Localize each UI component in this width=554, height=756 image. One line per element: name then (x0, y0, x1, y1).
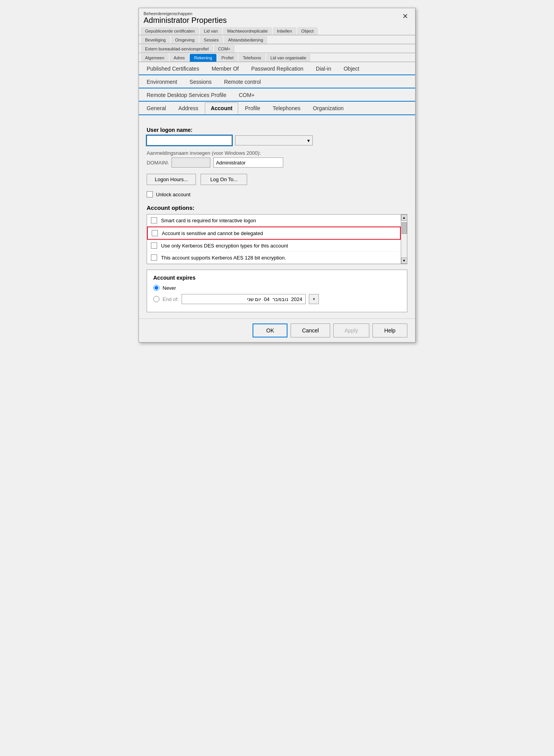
option-sensitive: Account is sensitive and cannot be deleg… (147, 227, 401, 240)
tab-algemeen[interactable]: Algemeen (141, 54, 169, 62)
logon-name-label: User logon name: (147, 127, 407, 133)
tab-row-large-2: Environment Sessions Remote control (139, 75, 415, 88)
tab-row-2: Beveiliging Omgeving Sessies Afstandsbed… (139, 35, 415, 44)
tab-telefoons[interactable]: Telefoons (239, 54, 265, 62)
tab-afstandsbediening[interactable]: Afstandsbediening (224, 36, 268, 44)
unlock-account-checkbox[interactable] (147, 191, 153, 197)
scroll-thumb[interactable] (402, 222, 407, 234)
title-bar: Beheerdereigenschappen Administrator Pro… (139, 8, 415, 26)
tab-inbellen[interactable]: Inbellen (273, 27, 296, 35)
dialog-title: Administrator Properties (144, 16, 227, 25)
tab-address[interactable]: Address (173, 102, 204, 114)
chevron-down-icon: ▾ (307, 138, 310, 144)
logon-name-section: ▾ (147, 135, 407, 145)
tab-com-plus-large[interactable]: COM+ (233, 89, 260, 101)
pre2000-domain-input[interactable] (171, 157, 210, 168)
title-bar-left: Beheerdereigenschappen Administrator Pro… (144, 11, 227, 25)
account-expires-label: Account expires (153, 275, 401, 281)
tab-lid-van-organisatie[interactable]: Lid van organisatie (266, 54, 310, 62)
never-label: Never (163, 285, 176, 291)
tab-dial-in[interactable]: Dial-in (310, 63, 337, 74)
option-smartcard-label: Smart card is required for interactive l… (161, 218, 256, 223)
date-picker-button[interactable]: ▾ (309, 294, 319, 304)
logon-domain-dropdown[interactable]: ▾ (235, 135, 313, 145)
tab-organization[interactable]: Organization (307, 102, 349, 114)
unlock-account-row: Unlock account (147, 191, 407, 197)
content-area: User logon name: ▾ Aanmeldingsnaam invoe… (139, 115, 415, 318)
pre2000-heading-text: Aanmeldingsnaam invoegen (voor Windows 2… (147, 150, 261, 156)
tab-environment[interactable]: Environment (141, 76, 183, 88)
option-smartcard: Smart card is required for interactive l… (147, 215, 401, 227)
tab-general[interactable]: General (141, 102, 172, 114)
pre2000-heading: Aanmeldingsnaam invoegen (voor Windows 2… (147, 150, 407, 156)
administrator-properties-dialog: Beheerdereigenschappen Administrator Pro… (138, 8, 416, 343)
option-kerberos-aes: This account supports Kerberos AES 128 b… (147, 252, 401, 264)
tab-object[interactable]: Object (297, 27, 318, 35)
account-expires-section: Account expires Never End of: ▾ (147, 270, 407, 312)
tab-telephones[interactable]: Telephones (267, 102, 306, 114)
tab-remote-control[interactable]: Remote control (218, 76, 267, 88)
pre2000-domain: DOMAIN\ (147, 160, 168, 166)
options-inner: Smart card is required for interactive l… (147, 215, 407, 264)
tab-com-plus-small[interactable]: COM+ (214, 45, 235, 53)
tab-object-large[interactable]: Object (338, 63, 365, 74)
never-radio-row: Never (153, 285, 401, 291)
account-options-wrapper: Smart card is required for interactive l… (147, 214, 407, 264)
pre2000-section: DOMAIN\ (147, 157, 407, 168)
cancel-button[interactable]: Cancel (291, 324, 330, 337)
tab-password-replication[interactable]: Password Replication (245, 63, 309, 74)
account-options-list: Smart card is required for interactive l… (147, 214, 407, 264)
tab-profiel[interactable]: Profiel (217, 54, 238, 62)
scroll-down-arrow[interactable]: ▼ (401, 258, 407, 264)
tab-row-large-4: General Address Account Profile Telephon… (139, 102, 415, 115)
tab-wachtwoordreplicatie[interactable]: Wachtwoordreplicatie (223, 27, 272, 35)
tab-adres[interactable]: Adres (170, 54, 189, 62)
tab-row-3: Extern bureaublad-servicesprofiel COM+ (139, 44, 415, 53)
option-kerberos-des-checkbox[interactable] (151, 242, 157, 249)
close-button[interactable]: ✕ (400, 11, 410, 21)
logon-hours-button[interactable]: Logon Hours... (147, 174, 196, 185)
tab-lid-van[interactable]: Lid van (200, 27, 222, 35)
option-kerberos-des: Use only Kerberos DES encryption types f… (147, 240, 401, 252)
tab-row-large-3: Remote Desktop Services Profile COM+ (139, 88, 415, 102)
tab-gepubliceerde-certificaten[interactable]: Gepubliceerde certificaten (141, 27, 199, 35)
account-options-heading: Account options: (147, 204, 407, 211)
tab-extern-bureaublad[interactable]: Extern bureaublad-servicesprofiel (141, 45, 213, 53)
ok-button[interactable]: OK (253, 324, 287, 337)
unlock-account-label: Unlock account (156, 192, 190, 197)
tab-row-1: Gepubliceerde certificaten Lid van Wacht… (139, 26, 415, 35)
logon-name-input[interactable] (147, 135, 232, 145)
tab-published-certificates[interactable]: Published Certificates (141, 63, 205, 74)
apply-button[interactable]: Apply (333, 324, 369, 337)
tab-rdp-profile[interactable]: Remote Desktop Services Profile (141, 89, 232, 101)
tab-sessies[interactable]: Sessies (199, 36, 223, 44)
date-input[interactable] (182, 294, 306, 304)
end-of-label: End of: (163, 296, 178, 302)
tab-sessions[interactable]: Sessions (184, 76, 218, 88)
option-smartcard-checkbox[interactable] (151, 217, 157, 223)
tab-rekening[interactable]: Rekening (190, 54, 216, 62)
tab-row-large-1: Published Certificates Member Of Passwor… (139, 62, 415, 75)
log-on-to-button[interactable]: Log On To... (201, 174, 247, 185)
option-kerberos-aes-checkbox[interactable] (151, 254, 157, 261)
tab-beveiliging[interactable]: Beveiliging (141, 36, 170, 44)
option-sensitive-checkbox[interactable] (152, 230, 158, 236)
bottom-bar: OK Cancel Apply Help (139, 318, 415, 342)
scroll-up-arrow[interactable]: ▲ (401, 215, 407, 221)
tab-account[interactable]: Account (205, 102, 238, 114)
end-of-radio[interactable] (153, 296, 159, 302)
date-field: ▾ (182, 294, 319, 304)
options-scrollbar: ▲ ▼ (401, 215, 407, 264)
logon-buttons-row: Logon Hours... Log On To... (147, 174, 407, 185)
option-kerberos-des-label: Use only Kerberos DES encryption types f… (161, 243, 288, 249)
tab-member-of[interactable]: Member Of (206, 63, 244, 74)
option-sensitive-label: Account is sensitive and cannot be deleg… (162, 230, 263, 236)
small-title: Beheerdereigenschappen (144, 11, 227, 16)
end-of-radio-row: End of: ▾ (153, 294, 401, 304)
help-button[interactable]: Help (372, 324, 407, 337)
pre2000-name-input[interactable] (213, 157, 283, 168)
option-kerberos-aes-label: This account supports Kerberos AES 128 b… (161, 255, 286, 261)
tab-profile[interactable]: Profile (239, 102, 266, 114)
never-radio[interactable] (153, 285, 159, 291)
tab-omgeving[interactable]: Omgeving (171, 36, 199, 44)
